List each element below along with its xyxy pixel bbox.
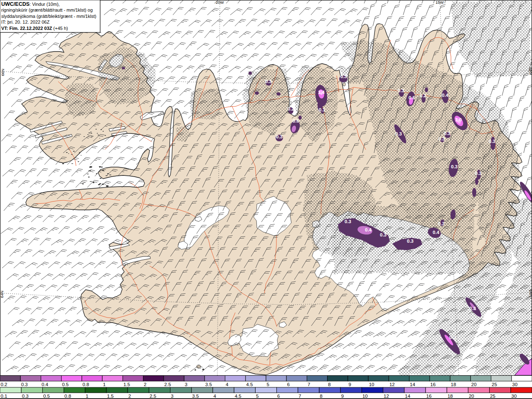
svg-text:10: 10 (369, 382, 374, 387)
svg-text:8: 8 (320, 394, 323, 399)
svg-text:4: 4 (226, 382, 229, 387)
svg-text:1: 1 (103, 382, 106, 387)
svg-text:25: 25 (492, 382, 497, 387)
svg-text:1.4: 1.4 (318, 90, 325, 95)
svg-text:0.3: 0.3 (449, 335, 456, 340)
svg-text:0.1: 0.1 (1, 394, 7, 399)
svg-text:0.3: 0.3 (398, 88, 404, 93)
svg-text:UWC/ECDS: Vindur (10m),: UWC/ECDS: Vindur (10m), (1, 1, 60, 7)
svg-text:0.3: 0.3 (345, 219, 351, 224)
svg-text:0.3: 0.3 (380, 232, 387, 237)
svg-text:64N: 64N (529, 290, 532, 297)
svg-text:12: 12 (389, 382, 395, 387)
svg-text:9: 9 (348, 382, 351, 387)
svg-text:0.3: 0.3 (469, 306, 476, 311)
svg-text:0.2: 0.2 (420, 93, 426, 98)
svg-text:4.5: 4.5 (246, 382, 253, 387)
svg-text:30: 30 (511, 394, 517, 399)
svg-text:0.3: 0.3 (340, 74, 347, 79)
svg-text:5: 5 (256, 394, 259, 399)
svg-text:2: 2 (144, 382, 146, 387)
svg-text:0.2: 0.2 (1, 382, 7, 387)
svg-text:4.5: 4.5 (235, 394, 241, 399)
svg-text:25: 25 (490, 394, 495, 399)
svg-text:15W: 15W (436, 0, 444, 5)
svg-text:30: 30 (512, 382, 517, 387)
svg-text:0.3: 0.3 (438, 221, 445, 226)
svg-text:0.3: 0.3 (451, 164, 458, 169)
svg-text:7: 7 (298, 394, 301, 399)
svg-text:2.5: 2.5 (164, 382, 171, 387)
svg-text:6: 6 (287, 382, 290, 387)
svg-text:7: 7 (308, 382, 310, 387)
svg-text:3.5: 3.5 (205, 382, 212, 387)
svg-text:0.8: 0.8 (64, 394, 71, 399)
svg-text:2.5: 2.5 (150, 394, 156, 399)
svg-text:0.5: 0.5 (43, 394, 50, 399)
svg-text:18: 18 (448, 394, 453, 399)
svg-text:IT: þri. 20. 12. 2022 06Z: IT: þri. 20. 12. 2022 06Z (1, 20, 49, 25)
svg-text:0.3: 0.3 (444, 131, 451, 136)
svg-text:0.3: 0.3 (438, 136, 445, 141)
svg-text:6: 6 (277, 394, 280, 399)
svg-text:14: 14 (405, 394, 410, 399)
svg-text:0.6: 0.6 (293, 118, 299, 123)
svg-text:slydda/snjókoma (grátt/bleikt/: slydda/snjókoma (grátt/bleikt/grænt - mm… (1, 14, 96, 19)
svg-text:1.0: 1.0 (455, 117, 462, 122)
svg-text:0.5: 0.5 (62, 382, 69, 387)
svg-text:0.8: 0.8 (82, 382, 89, 387)
svg-text:0.3: 0.3 (489, 139, 495, 144)
svg-text:0.3: 0.3 (21, 382, 28, 387)
svg-text:0.2: 0.2 (288, 106, 294, 111)
svg-text:20: 20 (469, 394, 474, 399)
svg-text:1: 1 (86, 394, 88, 399)
svg-text:5: 5 (267, 382, 269, 387)
svg-text:3: 3 (171, 394, 173, 399)
svg-text:rigning/skúrir (grænt/blátt/ra: rigning/skúrir (grænt/blátt/rautt - mm/1… (1, 7, 93, 12)
svg-text:0.3: 0.3 (475, 171, 482, 176)
svg-text:9: 9 (341, 394, 344, 399)
svg-text:4: 4 (214, 394, 217, 399)
svg-text:66N: 66N (0, 69, 5, 76)
svg-text:2: 2 (128, 394, 131, 399)
svg-text:0.3: 0.3 (265, 79, 272, 84)
svg-text:3.5: 3.5 (192, 394, 199, 399)
svg-text:66N: 66N (529, 67, 532, 75)
svg-text:3: 3 (185, 382, 187, 387)
svg-text:0.3: 0.3 (407, 239, 414, 244)
svg-text:0.4: 0.4 (42, 382, 49, 387)
svg-text:0.6: 0.6 (409, 95, 415, 100)
svg-text:1.5: 1.5 (123, 382, 130, 387)
svg-text:14: 14 (410, 382, 415, 387)
svg-text:VT: Fim. 22.12.2022 03Z (+45 h: VT: Fim. 22.12.2022 03Z (+45 h) (1, 26, 68, 31)
svg-text:64N: 64N (0, 291, 4, 298)
svg-text:16: 16 (426, 394, 432, 399)
svg-text:16: 16 (430, 382, 436, 387)
svg-text:0.3: 0.3 (276, 134, 283, 139)
svg-text:20: 20 (471, 382, 477, 387)
svg-text:0.4: 0.4 (365, 227, 372, 232)
svg-text:0.3: 0.3 (395, 131, 402, 136)
svg-text:20W: 20W (216, 0, 224, 5)
svg-text:10: 10 (362, 394, 368, 399)
svg-text:1.5: 1.5 (107, 394, 114, 399)
svg-text:0.4: 0.4 (442, 93, 449, 98)
svg-text:0.3: 0.3 (22, 394, 29, 399)
svg-text:12: 12 (384, 394, 389, 399)
svg-text:8: 8 (328, 382, 330, 387)
svg-text:0.4: 0.4 (433, 230, 440, 235)
svg-text:18: 18 (451, 382, 456, 387)
svg-text:0.1: 0.1 (319, 107, 326, 112)
